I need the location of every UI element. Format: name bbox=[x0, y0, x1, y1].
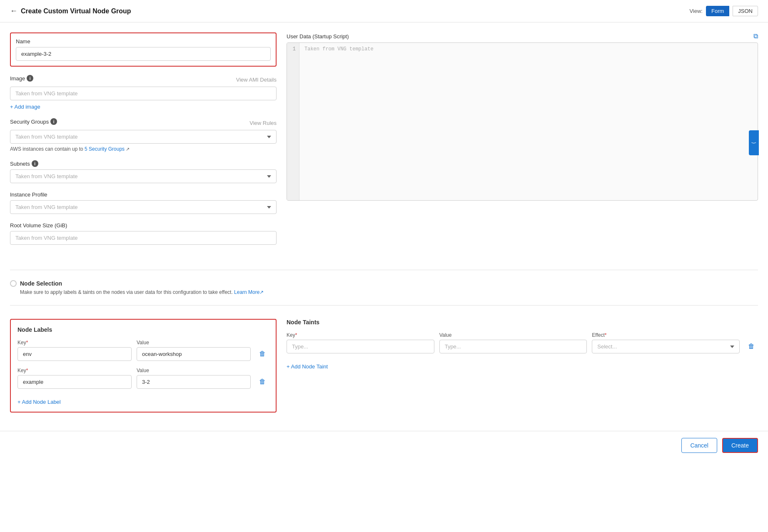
security-groups-label: Security Groups i bbox=[10, 118, 57, 125]
instance-profile-section: Instance Profile Taken from VNG template bbox=[10, 191, 277, 214]
view-form-button[interactable]: Form bbox=[706, 6, 729, 16]
label-value-1-label: Value bbox=[137, 340, 251, 346]
root-volume-section: Root Volume Size (GiB) bbox=[10, 222, 277, 245]
name-field-container: Name bbox=[10, 32, 277, 67]
instance-profile-select[interactable]: Taken from VNG template bbox=[10, 200, 277, 214]
taint-effect-label: Effect* bbox=[592, 332, 740, 338]
section-divider bbox=[10, 270, 758, 270]
security-groups-section: Security Groups i View Rules Taken from … bbox=[10, 118, 277, 152]
view-rules-link[interactable]: View Rules bbox=[249, 120, 277, 126]
view-json-button[interactable]: JSON bbox=[733, 6, 758, 16]
add-node-taint-link[interactable]: + Add Node Taint bbox=[287, 363, 328, 370]
node-labels-panel: Node Labels Key* Value 🗑 Key* bbox=[10, 319, 277, 413]
subnets-section: Subnets i Taken from VNG template bbox=[10, 160, 277, 183]
subnets-info-icon[interactable]: i bbox=[32, 160, 38, 167]
back-button[interactable]: ← bbox=[10, 7, 17, 15]
security-note: AWS instances can contain up to 5 Securi… bbox=[10, 146, 277, 152]
page-title: Create Custom Virtual Node Group bbox=[21, 7, 131, 15]
node-taints-title: Node Taints bbox=[287, 319, 758, 326]
footer-buttons: Cancel Create bbox=[0, 431, 768, 460]
code-content: Taken from VNG template bbox=[299, 43, 758, 200]
add-image-link[interactable]: + Add image bbox=[10, 104, 40, 110]
side-tab[interactable]: ⟩ bbox=[749, 130, 759, 155]
image-label-row: Image i View AMI Details bbox=[10, 75, 277, 84]
name-input[interactable] bbox=[16, 47, 271, 61]
image-input[interactable] bbox=[10, 87, 277, 100]
delete-label-2-button[interactable]: 🗑 bbox=[256, 375, 269, 389]
image-label: Image i bbox=[10, 75, 33, 82]
security-groups-count-link[interactable]: 5 Security Groups bbox=[85, 146, 125, 152]
right-form: User Data (Startup Script) ⧉ 1 Taken fro… bbox=[287, 32, 758, 253]
node-selection-section: Node Selection Make sure to apply labels… bbox=[0, 253, 768, 319]
label-key-2-label: Key* bbox=[17, 368, 132, 373]
label-value-2-input[interactable] bbox=[137, 375, 251, 389]
learn-more-link[interactable]: Learn More↗ bbox=[234, 289, 264, 295]
taint-row-1: Key* Value Effect* Select... 🗑 bbox=[287, 332, 758, 353]
user-data-header: User Data (Startup Script) ⧉ bbox=[287, 32, 758, 40]
cancel-button[interactable]: Cancel bbox=[681, 438, 717, 453]
page-header: ← Create Custom Virtual Node Group View:… bbox=[0, 0, 768, 22]
label-value-2-container: Value bbox=[137, 368, 251, 389]
view-toggle: View: Form JSON bbox=[689, 6, 758, 16]
header-left: ← Create Custom Virtual Node Group bbox=[10, 7, 131, 15]
bottom-panels: Node Labels Key* Value 🗑 Key* bbox=[0, 319, 768, 423]
side-tab-icon: ⟩ bbox=[751, 142, 757, 144]
bottom-divider bbox=[10, 305, 758, 306]
taint-value-input[interactable] bbox=[439, 340, 587, 353]
node-selection-circle bbox=[10, 280, 17, 287]
subnets-select[interactable]: Taken from VNG template bbox=[10, 169, 277, 183]
view-label: View: bbox=[689, 8, 703, 14]
node-selection-header: Node Selection bbox=[10, 280, 758, 287]
taint-key-label: Key* bbox=[287, 332, 434, 338]
label-key-1-input[interactable] bbox=[17, 347, 132, 361]
line-numbers: 1 bbox=[287, 43, 299, 200]
node-selection-desc: Make sure to apply labels & taints on th… bbox=[20, 289, 758, 295]
taint-value-container: Value bbox=[439, 332, 587, 353]
view-ami-link[interactable]: View AMI Details bbox=[236, 77, 277, 83]
copy-icon[interactable]: ⧉ bbox=[753, 32, 758, 40]
add-node-label-link[interactable]: + Add Node Label bbox=[17, 399, 61, 405]
left-form: Name Image i View AMI Details + Add imag… bbox=[10, 32, 277, 253]
taint-effect-container: Effect* Select... bbox=[592, 332, 740, 353]
node-selection-title: Node Selection bbox=[20, 280, 62, 287]
name-label: Name bbox=[16, 38, 271, 45]
image-section: Image i View AMI Details + Add image bbox=[10, 75, 277, 110]
label-value-2-label: Value bbox=[137, 368, 251, 373]
security-groups-info-icon[interactable]: i bbox=[50, 118, 57, 125]
create-button[interactable]: Create bbox=[722, 438, 758, 453]
instance-profile-label: Instance Profile bbox=[10, 191, 277, 198]
label-value-1-input[interactable] bbox=[137, 347, 251, 361]
taint-effect-select[interactable]: Select... bbox=[592, 340, 740, 353]
security-groups-label-row: Security Groups i View Rules bbox=[10, 118, 277, 127]
node-labels-title: Node Labels bbox=[17, 326, 269, 333]
security-groups-ext-icon: ↗ bbox=[126, 147, 130, 152]
label-row-1: Key* Value 🗑 bbox=[17, 340, 269, 361]
image-info-icon[interactable]: i bbox=[27, 75, 33, 82]
taint-value-label: Value bbox=[439, 332, 587, 338]
delete-taint-1-button[interactable]: 🗑 bbox=[745, 339, 758, 353]
delete-label-1-button[interactable]: 🗑 bbox=[256, 347, 269, 361]
taint-key-input[interactable] bbox=[287, 340, 434, 353]
node-taints-panel: Node Taints Key* Value Effect* Select... bbox=[287, 319, 758, 413]
label-key-1-label: Key* bbox=[17, 340, 132, 346]
label-value-1-container: Value bbox=[137, 340, 251, 361]
label-key-2-container: Key* bbox=[17, 368, 132, 389]
label-key-2-input[interactable] bbox=[17, 375, 132, 389]
root-volume-label: Root Volume Size (GiB) bbox=[10, 222, 277, 229]
subnets-label: Subnets i bbox=[10, 160, 277, 167]
taint-key-container: Key* bbox=[287, 332, 434, 353]
root-volume-input[interactable] bbox=[10, 231, 277, 245]
code-editor[interactable]: 1 Taken from VNG template bbox=[287, 42, 758, 201]
security-groups-select[interactable]: Taken from VNG template bbox=[10, 130, 277, 144]
user-data-label: User Data (Startup Script) bbox=[287, 33, 349, 40]
label-key-1-container: Key* bbox=[17, 340, 132, 361]
label-row-2: Key* Value 🗑 bbox=[17, 368, 269, 389]
top-section: Name Image i View AMI Details + Add imag… bbox=[0, 22, 768, 253]
